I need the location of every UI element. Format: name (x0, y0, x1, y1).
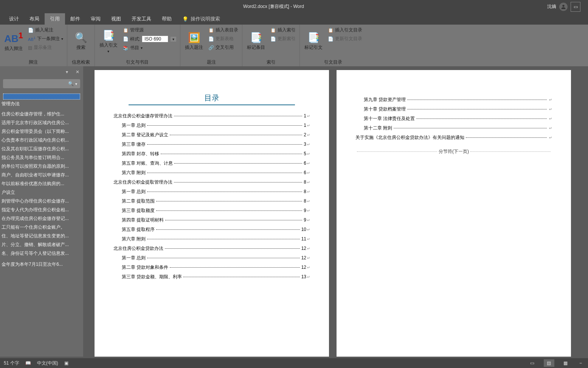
insert-table-figures-button[interactable]: 📋插入表目录 (207, 26, 240, 34)
update-index-button[interactable]: 📄更新索引 (269, 35, 297, 43)
next-footnote-button[interactable]: AB1下一条脚注▾ (26, 35, 65, 43)
insert-citation-button[interactable]: 📑 插入引文 ▾ (97, 26, 120, 56)
toc-entry[interactable]: 北京住房公积金缴存管理办法1↵ (113, 113, 310, 119)
user-avatar-icon[interactable] (559, 3, 568, 11)
toc-page-number: 8↵ (304, 179, 310, 185)
nav-result-item[interactable]: 适用于北京市行政区域内住房公... (0, 119, 83, 127)
mark-entry-button[interactable]: 📑 标记条目 (245, 26, 267, 56)
spellcheck-icon[interactable]: 📖 (25, 360, 31, 366)
tab-view[interactable]: 视图 (106, 13, 126, 25)
nav-result-item[interactable]: 住、地址等登记信息发生变更的... (0, 232, 83, 240)
update-table-button[interactable]: 📄更新表格 (207, 35, 240, 43)
nav-result-item[interactable]: 商户、自由职业者可以申请缴存... (0, 171, 83, 179)
toc-page-number: ↵ (548, 125, 552, 131)
tab-layout[interactable]: 布局 (24, 13, 45, 25)
read-mode-button[interactable]: ▭ (527, 359, 538, 367)
nav-result-item[interactable]: 住房公积金缴存管理，维护住... (0, 110, 83, 119)
nav-close-icon[interactable]: ✕ (76, 69, 79, 75)
tab-mailings[interactable]: 邮件 (65, 13, 85, 25)
toc-entry[interactable]: 第十一章 法律责任及处置↵ (355, 115, 552, 122)
insert-caption-button[interactable]: 🖼️ 插入题注 (183, 26, 205, 56)
nav-result-item[interactable]: 则管理中心办理住房公积金缴存... (0, 197, 83, 206)
citation-style-dropdown[interactable]: 📄样式: ISO 690▾ (121, 35, 178, 43)
toc-entry[interactable]: 第三章 贷款金额、期限、利率13↵ (113, 274, 310, 280)
toc-entry[interactable]: 第二章 贷款对象和条件12↵ (113, 264, 310, 271)
document-area[interactable]: 目录 北京住房公积金缴存管理办法1↵第一章 总则1↵第二章 登记及账户设立2↵第… (87, 66, 588, 357)
nav-result-item[interactable]: 年以前标准价优惠办法购房的... (0, 179, 83, 188)
zoom-out-button[interactable]: − (577, 360, 584, 366)
ribbon-display-options-icon[interactable]: ▭ (571, 2, 580, 12)
language-status[interactable]: 中文(中国) (37, 360, 58, 366)
show-notes-button[interactable]: ▤显示备注 (26, 44, 65, 51)
group-captions: 🖼️ 插入题注 📋插入表目录 📄更新表格 🔗交叉引用 题注 (180, 25, 242, 66)
nav-result-item[interactable]: 指公务员及与单位签订聘用合... (0, 153, 83, 162)
nav-result-item[interactable]: 金年度为本年7月1日至次年6... (0, 260, 83, 269)
tab-references[interactable]: 引用 (45, 13, 65, 25)
toc-entry[interactable]: 第十二章 附则↵ (355, 125, 552, 131)
endnote-icon: 📄 (28, 28, 34, 33)
nav-result-item[interactable]: 心负责本市行政区域内住房公积... (0, 136, 83, 145)
toc-entry[interactable]: 第六章 附则11↵ (113, 236, 310, 242)
style-value: ISO 690 (142, 36, 168, 42)
page-1[interactable]: 目录 北京住房公积金缴存管理办法1↵第一章 总则1↵第二章 登记及账户设立2↵第… (95, 70, 329, 357)
nav-selected-result[interactable] (3, 94, 80, 100)
toc-entry[interactable]: 第六章 附则6↵ (113, 170, 310, 176)
word-count[interactable]: 51 个字 (4, 360, 19, 366)
nav-result-item[interactable]: 的单位可以按照双方自愿的原则... (0, 162, 83, 171)
insert-footnote-button[interactable]: AB1 插入脚注 (2, 26, 25, 56)
macro-icon[interactable]: ▣ (64, 360, 68, 366)
toc-entry[interactable]: 第一章 总则1↵ (113, 122, 310, 129)
toc-entry[interactable]: 北京住房公积金贷款办法12↵ (113, 245, 310, 252)
tab-help[interactable]: 帮助 (157, 13, 177, 25)
cross-reference-button[interactable]: 🔗交叉引用 (207, 44, 240, 51)
web-layout-button[interactable]: ▦ (560, 359, 571, 367)
manage-sources-button[interactable]: 📋管理源 (121, 26, 178, 34)
toc-entry[interactable]: 第一章 总则12↵ (113, 255, 310, 261)
toc-entry[interactable]: 第一章 总则8↵ (113, 189, 310, 195)
nav-heading[interactable]: 管理办法 (0, 100, 83, 108)
toc-entry[interactable]: 第五章 对账、查询、计息6↵ (113, 160, 310, 167)
insert-toa-button[interactable]: 📋插入引文目录 (326, 26, 364, 34)
nav-options-icon[interactable]: ▾ (66, 69, 68, 75)
toc-entry[interactable]: 第三章 缴存3↵ (113, 141, 310, 148)
nav-result-item[interactable]: 名、身份证号等个人登记信息发... (0, 249, 83, 258)
toc-entry-text: 第一章 总则 (122, 122, 146, 129)
toc-leader-dots (156, 229, 299, 230)
update-toa-button[interactable]: 📄更新引文目录 (326, 35, 364, 43)
nav-search-input[interactable]: 🔍 ▾ (3, 79, 80, 88)
nav-result-item[interactable]: 片、分立、撤销、解散或者破产... (0, 240, 83, 249)
nav-result-item[interactable]: 位及其在职职工应缴存住房公积... (0, 145, 83, 153)
toc-entry[interactable]: 第四章 提取证明材料9↵ (113, 217, 310, 223)
insert-endnote-button[interactable]: 📄插入尾注 (26, 26, 65, 34)
toc-entry[interactable]: 第四章 封存、转移5↵ (113, 151, 310, 157)
toc-leader-dots (147, 239, 299, 239)
nav-result-item[interactable]: 工只能有一个住房公积金账户。 (0, 223, 83, 232)
nav-result-item[interactable]: 指定专人代为办理住房公积金相... (0, 206, 83, 214)
toc-leader-dots (147, 192, 302, 192)
toc-entry[interactable]: 第二章 提取范围8↵ (113, 198, 310, 204)
insert-index-button[interactable]: 📋插入索引 (269, 26, 297, 34)
toc-leader-dots (394, 128, 547, 128)
bibliography-button[interactable]: 📚书目▾ (121, 44, 178, 52)
toc-entry[interactable]: 第九章 贷款资产管理↵ (355, 97, 552, 103)
smart-lookup-button[interactable]: 🔍 搜索 (70, 26, 92, 56)
nav-result-item[interactable]: 房公积金管理委员会（以下简称... (0, 127, 83, 136)
tab-developer[interactable]: 开发工具 (126, 13, 157, 25)
toc-leader-dots (147, 173, 302, 173)
toc-entry[interactable]: 关于实施《北京住房公积金贷款办法》有关问题的通知↵ (355, 134, 552, 141)
toc-entry[interactable]: 第十章 贷款档案管理↵ (355, 106, 552, 112)
mark-citation-button[interactable]: 📑 标记引文 (302, 26, 325, 56)
nav-result-item[interactable]: 在办理完成住房公积金缴存登记... (0, 214, 83, 223)
toc-entry[interactable]: 第三章 提取额度9↵ (113, 207, 310, 214)
toc-entry[interactable]: 北京住房公积金提取管理办法8↵ (113, 179, 310, 186)
print-layout-button[interactable]: ▤ (544, 359, 554, 367)
tab-review[interactable]: 审阅 (85, 13, 106, 25)
toc-entry[interactable]: 第二章 登记及账户设立2↵ (113, 132, 310, 138)
tell-me[interactable]: 💡 操作说明搜索 (177, 13, 225, 25)
toc-entry-text: 第十二章 附则 (364, 125, 392, 131)
nav-result-item[interactable]: 户设立 (0, 188, 83, 197)
toc-page-number: ↵ (548, 97, 552, 102)
toc-entry[interactable]: 第五章 提取程序10↵ (113, 226, 310, 233)
tab-design[interactable]: 设计 (4, 13, 24, 25)
page-2[interactable]: 第九章 贷款资产管理↵第十章 贷款档案管理↵第十一章 法律责任及处置↵第十二章 … (337, 70, 571, 357)
